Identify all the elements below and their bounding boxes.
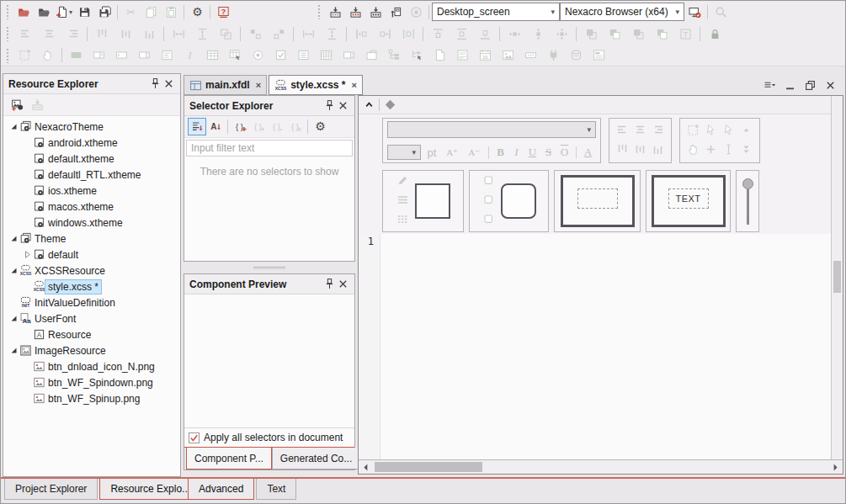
- launch-project-icon[interactable]: [386, 3, 406, 21]
- tree-item[interactable]: default: [3, 247, 180, 263]
- tree-item[interactable]: btn_dnload_icon_N.png: [3, 358, 180, 374]
- pin-icon[interactable]: [148, 77, 162, 91]
- generate-application-icon[interactable]: [325, 3, 345, 21]
- lock-components-icon[interactable]: [703, 24, 726, 43]
- pin-icon[interactable]: [322, 99, 336, 113]
- close-tab-icon[interactable]: ×: [256, 80, 261, 90]
- scroll-left-icon[interactable]: [359, 460, 373, 474]
- svg-text:I: I: [188, 50, 193, 61]
- tree-item[interactable]: Theme: [3, 231, 180, 247]
- restore-icon[interactable]: [804, 79, 817, 92]
- tree-item[interactable]: AResource: [3, 326, 180, 342]
- tree-item[interactable]: btn_WF_Spindown.png: [3, 374, 180, 390]
- save-all-icon[interactable]: [94, 3, 114, 21]
- new-document-icon[interactable]: ▾: [54, 3, 74, 21]
- dataset-component-icon: [565, 46, 588, 65]
- close-icon[interactable]: [336, 278, 349, 291]
- sort-alphabetical-icon[interactable]: A: [206, 118, 225, 135]
- imageviewer-component-icon: [497, 46, 519, 65]
- selector-settings-icon[interactable]: ⚙: [311, 118, 329, 135]
- window-menu-icon[interactable]: [764, 79, 776, 92]
- grid2-component-icon: [315, 46, 338, 65]
- code-area[interactable]: [380, 234, 831, 459]
- bring-to-front-icon: [579, 24, 603, 43]
- bottom-tab-Resource-Explo[interactable]: Resource Explo...: [99, 479, 201, 500]
- tree-item[interactable]: defaultl_RTL.xtheme: [3, 167, 180, 183]
- close-icon[interactable]: [336, 99, 349, 113]
- expander-collapsed-icon[interactable]: [22, 250, 32, 259]
- expander-expanded-icon[interactable]: [8, 234, 19, 243]
- doc-tab-main-xfdl[interactable]: main.xfdl×: [184, 75, 267, 95]
- horizontal-scroll-thumb[interactable]: [375, 462, 482, 472]
- add-resource-icon[interactable]: [7, 96, 27, 114]
- minimize-icon[interactable]: [784, 79, 796, 92]
- tree-item[interactable]: AaUserFont: [3, 310, 180, 326]
- userfont-icon: Aa: [19, 312, 32, 325]
- apply-selectors-checkbox[interactable]: [189, 432, 200, 443]
- tree-item[interactable]: ios.xtheme: [3, 183, 180, 199]
- preview-tab-Component-P[interactable]: Component P...: [186, 448, 272, 470]
- tree-item[interactable]: default.xtheme: [3, 151, 180, 167]
- help-icon[interactable]: ?: [213, 3, 233, 21]
- device-dropdown[interactable]: Desktop_screen▾: [432, 3, 560, 21]
- align-bottom-icon: [137, 24, 161, 43]
- svg-text:xyz: xyz: [460, 51, 466, 56]
- tree-item[interactable]: android.xtheme: [3, 135, 180, 151]
- toolbar-separator: [700, 27, 700, 41]
- send-backward-icon: [650, 24, 673, 43]
- tree-item[interactable]: INITInitValueDefinition: [3, 294, 180, 310]
- tree-item[interactable]: NexacroTheme: [3, 119, 180, 135]
- panel-splitter[interactable]: [184, 262, 355, 273]
- collapse-toolbar-icon[interactable]: [362, 98, 375, 112]
- tree-item[interactable]: XCSSstyle.xcss *: [3, 279, 180, 294]
- tree-item[interactable]: XCSSXCSSResource: [3, 263, 180, 279]
- browser-dropdown[interactable]: Nexacro Browser (x64)▾: [560, 3, 684, 21]
- code-editor[interactable]: 1: [359, 234, 831, 459]
- open-project-icon[interactable]: [13, 3, 34, 21]
- close-icon[interactable]: [162, 77, 175, 91]
- generate-modified-icon[interactable]: [345, 3, 365, 21]
- resource-explorer-toolbar: [3, 94, 180, 116]
- generate-all-icon[interactable]: [365, 3, 386, 21]
- expander-expanded-icon[interactable]: [8, 346, 19, 355]
- move-left-icon: [349, 24, 373, 43]
- open-file-icon[interactable]: [34, 3, 54, 21]
- expander-expanded-icon[interactable]: [8, 122, 19, 131]
- options-icon[interactable]: ⚙: [187, 3, 207, 21]
- vertical-scroll-thumb[interactable]: [833, 261, 841, 293]
- selector-filter-input[interactable]: [186, 140, 353, 157]
- bottom-tab-Project-Explorer[interactable]: Project Explorer: [4, 479, 98, 500]
- doc-tab-style-xcss[interactable]: XCSSstyle.xcss *×: [269, 75, 363, 95]
- horizontal-scrollbar[interactable]: [359, 459, 843, 474]
- toolbar-standard: ▾✂⚙?Desktop_screen▾Nexacro Browser (x64)…: [1, 1, 845, 23]
- vertical-scrollbar[interactable]: [831, 96, 843, 459]
- toolbar-separator: [227, 119, 228, 134]
- tree-item[interactable]: windows.xtheme: [3, 215, 180, 231]
- fit-width-icon: [296, 24, 320, 43]
- close-tab-icon[interactable]: ×: [352, 80, 357, 90]
- expander-expanded-icon[interactable]: [8, 266, 19, 275]
- close-window-icon[interactable]: [824, 79, 837, 92]
- tree-item[interactable]: ImageResource: [3, 342, 180, 358]
- bold-icon: B: [494, 146, 507, 159]
- space-equally-both-icon: [550, 24, 573, 43]
- bottom-tab-Text[interactable]: Text: [256, 479, 296, 500]
- scroll-right-icon[interactable]: [828, 460, 843, 474]
- tree-item[interactable]: btn_WF_Spinup.png: [3, 390, 180, 406]
- tree-item-label: InitValueDefinition: [32, 296, 118, 310]
- same-height-icon: [190, 24, 214, 43]
- add-selector-icon[interactable]: { }: [231, 118, 249, 135]
- svg-text:?: ?: [221, 7, 226, 15]
- expander-expanded-icon[interactable]: [8, 314, 19, 323]
- formtab-icon: [189, 79, 202, 92]
- imgstack-icon: [19, 344, 32, 357]
- bottom-tab-Advanced[interactable]: Advanced: [188, 479, 254, 500]
- launch-browser-icon[interactable]: [684, 3, 705, 21]
- tree-item[interactable]: macos.xtheme: [3, 199, 180, 215]
- save-icon[interactable]: [74, 3, 94, 21]
- sort-by-type-icon[interactable]: [188, 118, 206, 135]
- preview-tab-Generated-Co[interactable]: Generated Co...: [272, 448, 360, 470]
- theme-icon: [32, 200, 45, 213]
- pin-icon[interactable]: [322, 278, 336, 291]
- component-preview-header: Component Preview: [184, 274, 354, 294]
